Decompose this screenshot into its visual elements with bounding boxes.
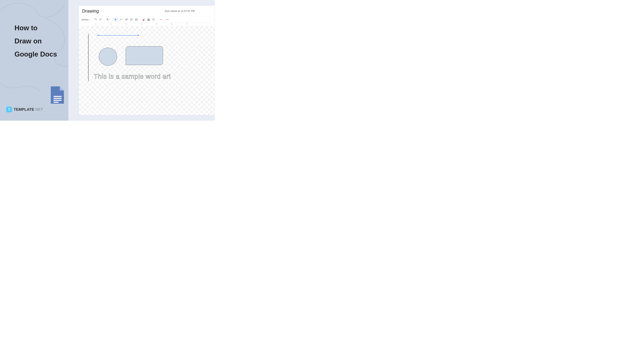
line-start-icon	[160, 19, 163, 20]
svg-line-5	[108, 20, 108, 21]
line-icon	[119, 18, 122, 21]
drawing-dialog: Drawing Auto-saved at 12:57:01 PM Action…	[79, 6, 215, 115]
ruler-mark: 1	[95, 23, 96, 25]
ruler-mark: 5	[156, 23, 157, 25]
selection-handle-end[interactable]	[138, 35, 139, 36]
line-dash-tool[interactable]	[152, 17, 156, 22]
headline-line1: How to	[14, 22, 57, 35]
svg-rect-10	[126, 19, 128, 20]
toolbar-separator	[112, 18, 112, 21]
vertical-line-shape[interactable]	[88, 34, 88, 81]
autosave-status: Auto-saved at 12:57:01 PM	[164, 10, 195, 13]
line-end-icon	[165, 19, 168, 20]
svg-line-8	[120, 19, 122, 20]
brand: T TEMPLATE.NET	[6, 107, 43, 112]
ruler-mark: 4	[141, 23, 142, 25]
shape-tool[interactable]	[124, 17, 128, 22]
line-weight-icon	[147, 18, 150, 21]
headline-line2: Draw on	[14, 35, 57, 48]
svg-rect-1	[54, 98, 62, 99]
left-panel: How to Draw on Google Docs T TEMPLATE.NE…	[0, 0, 68, 121]
word-art-shape[interactable]: This is a sample word art	[94, 73, 171, 80]
svg-rect-0	[54, 96, 62, 97]
chevron-down-icon: ▾	[109, 19, 110, 20]
toolbar-separator	[104, 18, 104, 21]
image-icon	[135, 18, 138, 21]
line-start-tool[interactable]	[159, 17, 164, 22]
svg-rect-3	[54, 102, 58, 103]
pen-icon	[142, 18, 145, 21]
drawing-header: Drawing Auto-saved at 12:57:01 PM	[79, 6, 214, 16]
undo-button[interactable]	[93, 17, 98, 22]
brand-text: TEMPLATE.NET	[14, 107, 43, 112]
actions-menu[interactable]: Actions▾	[81, 17, 90, 22]
undo-icon	[94, 18, 97, 21]
brand-logo-icon: T	[6, 107, 12, 112]
chevron-down-icon: ▾	[122, 19, 123, 20]
horizontal-ruler[interactable]: 1 2 3 4 5 6 7	[79, 23, 214, 26]
headline-line3: Google Docs	[14, 48, 57, 61]
svg-text:T: T	[131, 19, 132, 20]
line-end-tool[interactable]	[164, 17, 170, 22]
svg-rect-2	[54, 100, 62, 101]
svg-rect-16	[148, 19, 150, 19]
textbox-tool[interactable]: T	[129, 17, 134, 22]
redo-icon	[99, 18, 102, 21]
selected-line-shape[interactable]	[98, 35, 138, 36]
svg-rect-18	[148, 20, 150, 21]
cursor-icon	[115, 18, 117, 21]
zoom-icon	[106, 18, 109, 21]
line-dash-icon	[152, 18, 155, 21]
selection-handle-start[interactable]	[98, 35, 99, 36]
rounded-rectangle-shape[interactable]	[126, 46, 163, 65]
circle-shape[interactable]	[99, 48, 117, 66]
select-tool[interactable]	[114, 17, 118, 22]
headline: How to Draw on Google Docs	[14, 22, 57, 61]
line-color-tool[interactable]	[142, 17, 146, 22]
shape-icon	[125, 18, 128, 21]
textbox-icon: T	[130, 18, 132, 21]
svg-point-14	[136, 19, 136, 20]
ruler-mark: 6	[171, 23, 172, 25]
ruler-mark: 2	[110, 23, 112, 25]
ruler-mark: 3	[126, 23, 127, 25]
ruler-mark: 7	[186, 23, 188, 25]
line-tool[interactable]: ▾	[118, 17, 124, 22]
drawing-title: Drawing	[82, 9, 99, 14]
redo-button[interactable]	[98, 17, 103, 22]
google-docs-icon	[50, 86, 64, 104]
svg-rect-15	[143, 20, 144, 21]
image-tool[interactable]	[134, 17, 138, 22]
toolbar-separator	[92, 18, 92, 21]
line-weight-tool[interactable]	[146, 17, 151, 22]
zoom-button[interactable]: ▾	[106, 17, 111, 22]
svg-rect-17	[148, 19, 150, 20]
drawing-canvas[interactable]: This is a sample word art	[79, 26, 214, 115]
drawing-toolbar: Actions▾ ▾ ▾ T	[79, 16, 214, 23]
chevron-down-icon: ▾	[89, 19, 90, 20]
